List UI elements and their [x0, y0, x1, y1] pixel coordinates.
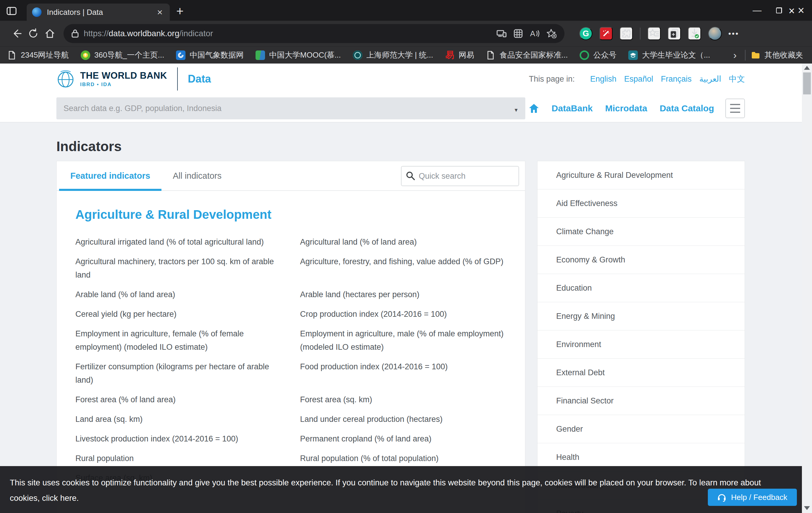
data-site-link[interactable]: Data	[188, 73, 211, 85]
lang-chinese[interactable]: 中文	[729, 74, 745, 84]
settings-more-button[interactable]: •••	[728, 29, 739, 38]
profile-avatar[interactable]	[708, 27, 722, 40]
nav-databank-link[interactable]: DataBank	[552, 103, 593, 113]
bookmarks-overflow-chevron[interactable]: ›	[730, 49, 740, 61]
worldbank-logo[interactable]: THE WORLD BANK IBRD • IDA	[56, 70, 167, 88]
indicator-link[interactable]: Arable land (% of land area)	[76, 288, 284, 301]
indicator-link[interactable]: Agriculture, forestry, and fishing, valu…	[300, 255, 509, 282]
lang-french[interactable]: Français	[661, 75, 692, 84]
favorites-bar-button[interactable]	[647, 27, 661, 40]
bookmarks-separator	[745, 50, 746, 61]
lang-spanish[interactable]: Español	[624, 75, 653, 84]
topic-link[interactable]: Agriculture & Rural Development	[538, 161, 745, 190]
window-restore-button[interactable]	[768, 0, 790, 21]
indicator-link[interactable]: Employment in agriculture, male (% of ma…	[300, 327, 509, 354]
tab-all-indicators[interactable]: All indicators	[162, 161, 233, 190]
topic-link[interactable]: External Debt	[538, 359, 745, 387]
indicator-link[interactable]: Food production index (2014-2016 = 100)	[300, 360, 509, 387]
help-feedback-label: Help / Feedback	[731, 493, 787, 502]
indicator-link[interactable]: Crop production index (2014-2016 = 100)	[300, 308, 509, 321]
magic-wand-extension-icon[interactable]	[600, 27, 613, 40]
scrollbar-down-arrow-icon[interactable]	[804, 506, 810, 510]
bookmark-item[interactable]: 公众号	[580, 50, 616, 60]
quick-search-input[interactable]	[401, 166, 519, 186]
bookmark-item[interactable]: 食品安全国家标准...	[486, 50, 568, 60]
topic-link[interactable]: Aid Effectiveness	[538, 190, 745, 218]
worldbank-logo-subtitle: IBRD • IDA	[80, 82, 167, 88]
bookmark-item[interactable]: 中国气象数据网	[176, 50, 244, 60]
bookmark-item[interactable]: 2345网址导航	[7, 50, 69, 60]
indicator-row: Rural population Rural population (% of …	[76, 452, 510, 465]
home-button[interactable]	[41, 25, 58, 42]
lang-english[interactable]: English	[590, 75, 617, 84]
indicator-link[interactable]: Permanent cropland (% of land area)	[300, 432, 509, 446]
refresh-button[interactable]	[25, 25, 41, 42]
tab-featured-indicators[interactable]: Featured indicators	[59, 161, 162, 190]
indicator-link[interactable]: Rural population (% of total population)	[300, 452, 509, 465]
indicator-link[interactable]: Livestock production index (2014-2016 = …	[76, 432, 284, 446]
collections-button[interactable]	[668, 27, 681, 40]
other-favorites-folder[interactable]: 其他收藏夹	[751, 50, 803, 60]
bookmark-item[interactable]: 上海师范大学 | 统...	[353, 50, 433, 60]
help-feedback-button[interactable]: Help / Feedback	[708, 489, 797, 506]
grammarly-extension-icon[interactable]: G	[579, 27, 592, 40]
nav-data-catalog-link[interactable]: Data Catalog	[660, 103, 714, 113]
language-switcher: This page in: English Español Français ا…	[529, 74, 745, 84]
site-search-input[interactable]	[56, 97, 525, 119]
back-button[interactable]	[8, 25, 25, 42]
read-aloud-button[interactable]: A	[526, 25, 543, 42]
indicator-link[interactable]: Land under cereal production (hectares)	[300, 412, 509, 426]
topic-link[interactable]: Gender	[538, 415, 745, 443]
indicator-link[interactable]: Cereal yield (kg per hectare)	[76, 308, 284, 321]
topic-link[interactable]: Education	[538, 274, 745, 302]
page-scrollbar[interactable]	[802, 63, 812, 513]
extensions-zone: G •••	[572, 27, 739, 40]
indicator-link[interactable]: Agricultural land (% of land area)	[300, 235, 509, 249]
indicator-link[interactable]: Rural population	[76, 452, 284, 465]
tab-close-icon[interactable]: ×	[155, 7, 165, 17]
hamburger-icon	[730, 104, 740, 105]
nav-microdata-link[interactable]: Microdata	[605, 103, 647, 113]
mooc-icon	[256, 51, 265, 60]
bookmark-label: 上海师范大学 | 统...	[367, 50, 433, 60]
bookmark-item[interactable]: + 360导航_一个主页...	[81, 50, 165, 60]
bookmark-label: 网易	[459, 50, 474, 60]
apps-grid-button[interactable]	[510, 25, 526, 42]
topic-link[interactable]: Financial Sector	[538, 387, 745, 415]
indicator-link[interactable]: Forest area (sq. km)	[300, 393, 509, 406]
extensions-puzzle-button[interactable]	[620, 27, 633, 40]
topic-section-title[interactable]: Agriculture & Rural Development	[76, 207, 506, 222]
site-menu-button[interactable]	[725, 98, 745, 118]
lang-arabic[interactable]: العربية	[699, 74, 721, 84]
indicator-link[interactable]: Land area (sq. km)	[76, 412, 284, 426]
cookie-banner-close-icon[interactable]: ×	[788, 5, 795, 17]
add-favorite-button[interactable]	[543, 25, 560, 42]
topic-link[interactable]: Economy & Growth	[538, 246, 745, 274]
bookmark-item[interactable]: 大学生毕业论文（...	[628, 50, 710, 60]
browser-tab-active[interactable]: Indicators | Data ×	[27, 4, 170, 21]
topic-link[interactable]: Energy & Mining	[538, 302, 745, 331]
topic-link[interactable]: Environment	[538, 331, 745, 359]
topic-link[interactable]: Climate Change	[538, 218, 745, 246]
headset-icon	[717, 493, 726, 502]
send-to-devices-button[interactable]	[493, 25, 510, 42]
indicator-link[interactable]: Arable land (hectares per person)	[300, 288, 509, 301]
cookie-learn-more-link[interactable]: click here.	[42, 493, 79, 503]
scrollbar-thumb[interactable]	[803, 73, 811, 94]
downloads-button[interactable]	[688, 27, 701, 40]
bookmark-item[interactable]: 中国大学MOOC(慕...	[256, 50, 341, 60]
indicator-link[interactable]: Agricultural machinery, tractors per 100…	[76, 255, 284, 282]
indicator-link[interactable]: Employment in agriculture, female (% of …	[76, 327, 284, 354]
bookmark-item[interactable]: 易 网易	[445, 50, 474, 60]
indicator-link[interactable]: Forest area (% of land area)	[76, 393, 284, 406]
site-home-link[interactable]	[528, 103, 539, 113]
address-bar[interactable]: https://data.worldbank.org/indicator A	[63, 24, 564, 43]
wand-icon	[602, 29, 610, 38]
new-tab-button[interactable]: +	[176, 4, 184, 19]
indicator-link[interactable]: Agricultural irrigated land (% of total …	[76, 235, 284, 249]
indicator-link[interactable]: Fertilizer consumption (kilograms per he…	[76, 360, 284, 387]
window-minimize-button[interactable]: —	[746, 0, 768, 21]
scrollbar-up-arrow-icon[interactable]	[804, 66, 810, 70]
tab-actions-menu-button[interactable]	[5, 4, 19, 18]
page-icon	[7, 51, 17, 60]
